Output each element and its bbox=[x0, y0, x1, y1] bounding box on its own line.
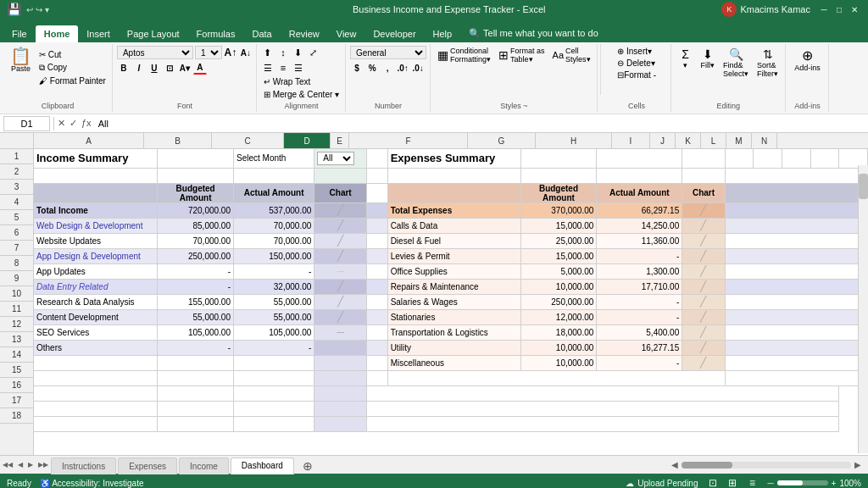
cell-g14[interactable]: 10,000.00 bbox=[520, 355, 597, 370]
format-cells-button[interactable]: ⊟ Format - bbox=[615, 69, 659, 80]
font-name-select[interactable]: Aptos bbox=[117, 46, 193, 59]
cell-g10[interactable]: 250,000.00 bbox=[520, 294, 597, 309]
italic-button[interactable]: I bbox=[132, 61, 146, 75]
cell-b9[interactable]: - bbox=[158, 279, 234, 294]
text-angle-button[interactable]: ⤢ bbox=[307, 46, 320, 59]
cell-c9[interactable]: 32,000.00 bbox=[233, 279, 314, 294]
row-header-16[interactable]: 16 bbox=[0, 378, 33, 393]
cell-j10[interactable] bbox=[725, 294, 867, 309]
col-header-g[interactable]: G bbox=[468, 133, 536, 148]
col-header-l[interactable]: L bbox=[701, 133, 726, 148]
bold-button[interactable]: B bbox=[117, 61, 131, 75]
row-header-4[interactable]: 4 bbox=[0, 195, 33, 210]
cell-c12[interactable]: 105,000.00 bbox=[233, 324, 314, 340]
border-button[interactable]: ⊡ bbox=[163, 61, 176, 75]
cell-h7[interactable]: - bbox=[597, 248, 682, 263]
format-as-table-button[interactable]: ⊞ Format asTable▾ bbox=[496, 46, 548, 64]
cell-h8[interactable]: 1,300.00 bbox=[597, 263, 682, 279]
cell-j6[interactable] bbox=[725, 233, 867, 248]
cell-c4[interactable]: 537,000.00 bbox=[233, 202, 314, 218]
cell-reference-box[interactable]: D1 bbox=[3, 116, 50, 131]
cell-j4[interactable] bbox=[725, 202, 867, 218]
cell-d4[interactable]: ╱ bbox=[314, 202, 367, 218]
tab-review[interactable]: Review bbox=[281, 25, 328, 42]
cell-b17[interactable] bbox=[158, 401, 234, 416]
cell-styles-button[interactable]: Aa CellStyles▾ bbox=[550, 46, 593, 64]
align-right-button[interactable]: ☰ bbox=[292, 61, 305, 75]
cell-b11[interactable]: 55,000.00 bbox=[158, 309, 234, 324]
accounting-button[interactable]: $ bbox=[350, 61, 364, 75]
row-header-12[interactable]: 12 bbox=[0, 317, 33, 332]
tab-search[interactable]: 🔍 Tell me what you want to do bbox=[460, 25, 607, 42]
cell-b12[interactable]: 105,000.00 bbox=[158, 324, 234, 340]
cell-g4[interactable]: 370,000.00 bbox=[520, 202, 597, 218]
tab-view[interactable]: View bbox=[328, 25, 365, 42]
cell-i13[interactable]: ╱ bbox=[682, 340, 725, 355]
sheet-scroll-right-button[interactable]: ▶▶ bbox=[36, 461, 51, 469]
cell-b10[interactable]: 155,000.00 bbox=[158, 294, 234, 309]
align-center-button[interactable]: ≡ bbox=[276, 61, 290, 75]
sheet-scroll-left-button[interactable]: ◀◀ bbox=[0, 461, 15, 469]
autosum-button[interactable]: Σ ▾ bbox=[676, 46, 696, 71]
cell-g11[interactable]: 12,000.00 bbox=[520, 309, 597, 324]
cell-i3[interactable]: Chart bbox=[682, 183, 725, 202]
cell-g8[interactable]: 5,000.00 bbox=[520, 263, 597, 279]
cell-h2[interactable] bbox=[597, 168, 682, 183]
cell-e11[interactable] bbox=[366, 309, 387, 324]
horizontal-scroll-left[interactable]: ◀ bbox=[671, 460, 678, 469]
cell-b8[interactable]: - bbox=[158, 263, 234, 279]
cell-e2[interactable] bbox=[366, 168, 387, 183]
row-header-3[interactable]: 3 bbox=[0, 180, 33, 195]
cell-c14[interactable] bbox=[233, 355, 314, 370]
cell-h1[interactable] bbox=[597, 149, 682, 168]
cell-m1[interactable] bbox=[810, 149, 839, 168]
cell-f9[interactable]: Repairs & Maintenance bbox=[387, 279, 520, 294]
cell-i11[interactable]: ╱ bbox=[682, 309, 725, 324]
cell-e18[interactable] bbox=[366, 416, 838, 431]
vertical-scrollbar[interactable] bbox=[858, 165, 868, 453]
cell-j2[interactable] bbox=[725, 168, 867, 183]
cell-e4[interactable] bbox=[366, 202, 387, 218]
cell-a6[interactable]: Website Updates bbox=[34, 233, 158, 248]
zoom-slider[interactable] bbox=[777, 480, 828, 485]
zoom-in-button[interactable]: + bbox=[832, 479, 837, 488]
row-header-13[interactable]: 13 bbox=[0, 332, 33, 347]
cell-j7[interactable] bbox=[725, 248, 867, 263]
formula-insert-function-icon[interactable]: ƒx bbox=[81, 118, 92, 129]
cell-g5[interactable]: 15,000.00 bbox=[520, 218, 597, 233]
format-painter-button[interactable]: 🖌 Format Painter bbox=[36, 75, 108, 86]
maximize-button[interactable]: □ bbox=[832, 3, 846, 16]
row-header-7[interactable]: 7 bbox=[0, 241, 33, 256]
cell-e10[interactable] bbox=[366, 294, 387, 309]
cell-c6[interactable]: 70,000.00 bbox=[233, 233, 314, 248]
cell-h11[interactable]: - bbox=[597, 309, 682, 324]
tab-formulas[interactable]: Formulas bbox=[188, 25, 244, 42]
row-header-5[interactable]: 5 bbox=[0, 210, 33, 225]
row-header-10[interactable]: 10 bbox=[0, 286, 33, 302]
find-select-button[interactable]: 🔍 Find&Select▾ bbox=[720, 46, 752, 80]
cell-b1[interactable] bbox=[158, 149, 234, 168]
cell-i4[interactable]: ╱ bbox=[682, 202, 725, 218]
cell-a12[interactable]: SEO Services bbox=[34, 324, 158, 340]
font-size-select[interactable]: 12 bbox=[195, 46, 222, 59]
col-header-n[interactable]: N bbox=[752, 133, 777, 148]
cell-d2[interactable] bbox=[314, 168, 367, 183]
cell-g6[interactable]: 25,000.00 bbox=[520, 233, 597, 248]
cell-k1[interactable] bbox=[754, 149, 782, 168]
add-sheet-button[interactable]: ⊕ bbox=[296, 458, 320, 474]
cell-l1[interactable] bbox=[782, 149, 810, 168]
cell-j14[interactable] bbox=[725, 355, 867, 370]
cell-c11[interactable]: 55,000.00 bbox=[233, 309, 314, 324]
cell-e7[interactable] bbox=[366, 248, 387, 263]
cell-a13[interactable]: Others bbox=[34, 340, 158, 355]
col-header-k[interactable]: K bbox=[676, 133, 701, 148]
cell-i10[interactable]: ╱ bbox=[682, 294, 725, 309]
row-header-2[interactable]: 2 bbox=[0, 164, 33, 180]
cell-d17[interactable] bbox=[314, 401, 367, 416]
cell-d11[interactable]: ╱ bbox=[314, 309, 367, 324]
row-header-9[interactable]: 9 bbox=[0, 271, 33, 286]
underline-button[interactable]: U bbox=[147, 61, 161, 75]
cell-c10[interactable]: 55,000.00 bbox=[233, 294, 314, 309]
cell-a11[interactable]: Content Development bbox=[34, 309, 158, 324]
cell-a17[interactable] bbox=[34, 401, 158, 416]
